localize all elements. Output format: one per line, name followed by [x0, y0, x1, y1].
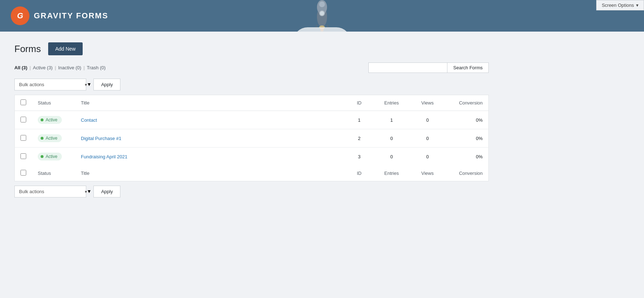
col-footer-views: Views	[410, 166, 446, 181]
row-title-cell: Digital Purchase #1	[75, 129, 345, 148]
form-title-link[interactable]: Digital Purchase #1	[81, 136, 121, 141]
filter-active[interactable]: Active (3)	[33, 65, 53, 70]
table-row: Active Digital Purchase #1 2 0 0 0%	[15, 129, 489, 148]
table-header-row: Status Title ID Entries Views Conversion	[15, 95, 489, 111]
row-title-cell: Contact	[75, 111, 345, 129]
logo-text: GRAVITY FORMS	[34, 11, 108, 20]
row-status-cell: Active	[32, 148, 75, 166]
row-entries-cell: 1	[374, 111, 410, 129]
status-label: Active	[46, 154, 58, 159]
bulk-actions-bottom: Bulk actions ▾ Apply	[14, 186, 489, 197]
filter-trash[interactable]: Trash (0)	[87, 65, 106, 70]
bulk-select-wrapper-bottom: Bulk actions ▾	[14, 186, 91, 197]
forms-table: Status Title ID Entries Views Conversion…	[14, 95, 489, 181]
table-row: Active Fundraising April 2021 3 0 0 0%	[15, 148, 489, 166]
select-all-checkbox-bottom[interactable]	[20, 170, 26, 176]
row-checkbox-cell	[15, 111, 32, 129]
filter-links: All (3) | Active (3) | Inactive (0) | Tr…	[14, 65, 106, 70]
row-id-cell: 1	[345, 111, 374, 129]
table-footer-row: Status Title ID Entries Views Conversion	[15, 166, 489, 181]
row-status-cell: Active	[32, 129, 75, 148]
status-dot	[41, 118, 43, 121]
rocket-decoration	[308, 0, 336, 32]
row-checkbox-cell	[15, 148, 32, 166]
search-input[interactable]	[368, 62, 447, 73]
logo-area: G GRAVITY FORMS	[11, 6, 108, 25]
status-dot	[41, 137, 43, 140]
row-checkbox-cell	[15, 129, 32, 148]
col-footer-checkbox	[15, 166, 32, 181]
row-title-cell: Fundraising April 2021	[75, 148, 345, 166]
row-id-cell: 3	[345, 148, 374, 166]
col-footer-status: Status	[32, 166, 75, 181]
filter-inactive[interactable]: Inactive (0)	[58, 65, 81, 70]
col-header-checkbox	[15, 95, 32, 111]
form-title-link[interactable]: Contact	[81, 117, 97, 123]
apply-button-bottom[interactable]: Apply	[93, 186, 120, 197]
row-checkbox-1[interactable]	[20, 135, 26, 141]
select-all-checkbox[interactable]	[20, 99, 26, 105]
col-footer-conversion: Conversion	[446, 166, 489, 181]
search-area: Search Forms	[368, 62, 489, 73]
row-id-cell: 2	[345, 129, 374, 148]
status-badge: Active	[38, 153, 62, 160]
logo-icon: G	[11, 6, 29, 25]
search-forms-button[interactable]: Search Forms	[447, 62, 489, 73]
col-header-views: Views	[410, 95, 446, 111]
status-badge: Active	[38, 134, 62, 142]
screen-options-button[interactable]: Screen Options ▾	[596, 0, 644, 10]
row-conversion-cell: 0%	[446, 129, 489, 148]
page-title-row: Forms Add New	[14, 42, 489, 55]
bulk-select-top[interactable]: Bulk actions	[14, 79, 86, 90]
col-footer-title: Title	[75, 166, 345, 181]
col-footer-entries: Entries	[374, 166, 410, 181]
row-conversion-cell: 0%	[446, 111, 489, 129]
status-label: Active	[46, 136, 58, 141]
col-footer-id: ID	[345, 166, 374, 181]
status-dot	[41, 155, 43, 158]
screen-options-chevron: ▾	[636, 3, 639, 8]
row-views-cell: 0	[410, 111, 446, 129]
col-header-id: ID	[345, 95, 374, 111]
site-header: G GRAVITY FORMS	[0, 0, 644, 32]
form-title-link[interactable]: Fundraising April 2021	[81, 154, 127, 159]
status-badge: Active	[38, 116, 62, 124]
col-header-status: Status	[32, 95, 75, 111]
row-views-cell: 0	[410, 148, 446, 166]
apply-button-top[interactable]: Apply	[93, 79, 120, 90]
col-header-conversion: Conversion	[446, 95, 489, 111]
col-header-entries: Entries	[374, 95, 410, 111]
screen-options-label: Screen Options	[602, 3, 634, 8]
main-content: Forms Add New All (3) | Active (3) | Ina…	[0, 32, 503, 213]
row-status-cell: Active	[32, 111, 75, 129]
bulk-select-wrapper-top: Bulk actions ▾	[14, 79, 91, 90]
row-entries-cell: 0	[374, 129, 410, 148]
row-conversion-cell: 0%	[446, 148, 489, 166]
bulk-actions-top: Bulk actions ▾ Apply	[14, 79, 489, 90]
add-new-button[interactable]: Add New	[48, 42, 83, 55]
row-entries-cell: 0	[374, 148, 410, 166]
row-checkbox-0[interactable]	[20, 117, 26, 122]
filter-all[interactable]: All (3)	[14, 65, 27, 70]
svg-point-7	[319, 1, 325, 7]
svg-point-2	[319, 11, 325, 16]
col-header-title: Title	[75, 95, 345, 111]
row-checkbox-2[interactable]	[20, 153, 26, 159]
table-row: Active Contact 1 1 0 0%	[15, 111, 489, 129]
status-label: Active	[46, 117, 58, 122]
bulk-select-bottom[interactable]: Bulk actions	[14, 186, 86, 197]
row-views-cell: 0	[410, 129, 446, 148]
page-title: Forms	[14, 43, 41, 55]
filter-bar: All (3) | Active (3) | Inactive (0) | Tr…	[14, 62, 489, 73]
